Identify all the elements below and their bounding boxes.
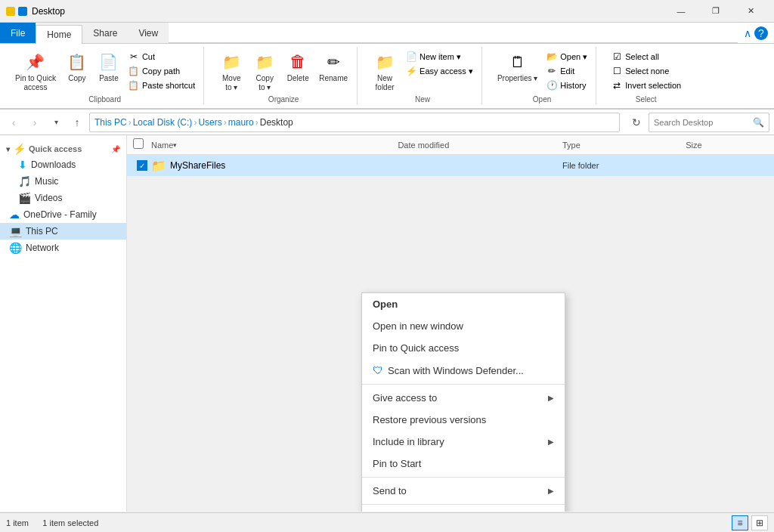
pin-to-quick-button[interactable]: 📌 Pin to Quickaccess [12,48,59,94]
file-list-header: Name ▾ Date modified Type Size [127,135,774,155]
ctx-include-label: Include in library [373,436,444,447]
move-to-button[interactable]: 📁 Moveto ▾ [216,48,246,94]
up-directory-button[interactable]: ↑ [68,113,86,131]
properties-label: Properties ▾ [497,74,537,83]
sidebar-section-quick-access[interactable]: ▾ ⚡ Quick access 📌 [0,138,126,156]
paste-button[interactable]: 📄 Paste [94,48,124,92]
edit-label: Edit [560,66,574,76]
copy-path-button[interactable]: 📋 Copy path [125,64,197,78]
up-button[interactable]: ∧ [744,27,751,39]
new-small-col: 📄 New item ▾ ⚡ Easy access ▾ [403,50,475,78]
sidebar-item-network[interactable]: 🌐 Network [0,240,126,256]
paste-shortcut-button[interactable]: 📋 Paste shortcut [125,79,197,92]
ctx-open-new-window[interactable]: Open in new window [362,315,565,337]
select-none-button[interactable]: ☐ Select none [608,64,683,78]
ctx-include-library[interactable]: Include in library ▶ [362,431,565,453]
history-label: History [560,81,586,90]
minimize-button[interactable]: — [664,0,698,23]
paste-shortcut-label: Paste shortcut [142,81,195,90]
ribbon-group-clipboard: 📌 Pin to Quickaccess 📋 Copy 📄 Paste ✂ Cu… [6,47,204,105]
sidebar-item-downloads[interactable]: ⬇ Downloads [0,156,126,173]
select-all-button[interactable]: ☑ Select all [608,50,683,63]
breadcrumb-local-disk[interactable]: Local Disk (C:) [133,117,193,128]
tab-share[interactable]: Share [82,23,128,43]
search-input[interactable] [654,118,753,127]
select-label: Select [636,94,657,104]
sidebar-item-music[interactable]: 🎵 Music [0,173,126,190]
cut-button[interactable]: ✂ Cut [125,50,197,63]
quick-access-icon: ⚡ [13,143,26,155]
history-button[interactable]: 🕐 History [543,79,590,92]
col-type[interactable]: Type [562,141,686,150]
col-name[interactable]: Name ▾ [151,141,398,150]
select-items: ☑ Select all ☐ Select none ⇄ Invert sele… [608,48,683,94]
new-items: 📁 Newfolder 📄 New item ▾ ⚡ Easy access ▾ [370,48,475,94]
open-button[interactable]: 📂 Open ▾ [543,50,590,63]
col-size[interactable]: Size [686,141,768,150]
tiles-view-button[interactable]: ⊞ [751,515,768,530]
paste-shortcut-icon: 📋 [128,79,140,91]
help-button[interactable]: ? [754,26,768,40]
properties-button[interactable]: 🗒 Properties ▾ [494,48,540,85]
context-menu: Open Open in new window Pin to Quick acc… [361,292,565,512]
breadcrumb-path[interactable]: This PC › Local Disk (C:) › Users › maur… [89,113,620,132]
details-view-button[interactable]: ≡ [732,515,748,530]
header-checkbox[interactable] [133,138,144,149]
file-row-mysharefiles[interactable]: ✓ 📁 MyShareFiles File folder [127,155,774,176]
edit-button[interactable]: ✏ Edit [543,64,590,78]
search-box[interactable]: 🔍 [649,113,769,132]
ribbon-tabs: File Home Share View ∧ ? [0,23,774,44]
row-checkbox[interactable]: ✓ [137,160,147,171]
recent-button[interactable]: ▾ [47,113,65,131]
maximize-button[interactable]: ❐ [698,0,733,23]
easy-access-button[interactable]: ⚡ Easy access ▾ [403,64,475,78]
select-all-label: Select all [625,52,659,61]
invert-selection-button[interactable]: ⇄ Invert selection [608,79,683,92]
breadcrumb-mauro[interactable]: mauro [228,117,254,128]
copy-to-button[interactable]: 📁 Copyto ▾ [249,48,280,94]
ctx-pin-start[interactable]: Pin to Start [362,453,565,475]
breadcrumb-sep-4: › [254,117,260,128]
back-button[interactable]: ‹ [5,113,23,131]
open-icon: 📂 [546,51,558,63]
rename-button[interactable]: ✏ Rename [316,48,351,85]
sidebar-item-videos[interactable]: 🎬 Videos [0,190,126,206]
rename-label: Rename [319,74,348,83]
ctx-open[interactable]: Open [362,293,565,315]
breadcrumb-sep-3: › [222,117,228,128]
ribbon-group-new: 📁 Newfolder 📄 New item ▾ ⚡ Easy access ▾… [364,47,482,105]
window-title: Desktop [32,6,65,17]
status-right: ≡ ⊞ [732,515,768,530]
ctx-scan-defender[interactable]: 🛡 Scan with Windows Defender... [362,359,565,382]
breadcrumb-users[interactable]: Users [198,117,221,128]
check-mark: ✓ [139,162,145,170]
easy-access-label: Easy access ▾ [420,66,473,76]
ctx-pin-quick-access[interactable]: Pin to Quick access [362,337,565,359]
tab-view[interactable]: View [128,23,169,43]
sidebar-item-this-pc[interactable]: 💻 This PC [0,223,126,240]
breadcrumb-this-pc[interactable]: This PC [94,117,127,128]
delete-button[interactable]: 🗑 Delete [283,48,313,85]
copy-button[interactable]: 📋 Copy [62,48,92,92]
sidebar-item-onedrive[interactable]: ☁ OneDrive - Family [0,206,126,223]
properties-icon: 🗒 [506,50,530,74]
forward-button[interactable]: › [26,113,44,131]
ctx-restore-versions[interactable]: Restore previous versions [362,409,565,431]
refresh-button[interactable]: ↻ [627,113,646,131]
ctx-give-access[interactable]: Give access to ▶ [362,387,565,409]
tab-home[interactable]: Home [36,25,82,44]
status-bar: 1 item 1 item selected ≡ ⊞ [0,512,774,532]
ctx-scan-label: Scan with Windows Defender... [388,365,524,376]
close-button[interactable]: ✕ [733,0,768,23]
details-view-icon: ≡ [737,518,742,528]
folder-icon: 📁 [151,159,166,173]
new-folder-button[interactable]: 📁 Newfolder [370,48,400,94]
ctx-send-to[interactable]: Send to ▶ [362,480,565,502]
title-icon-blue [18,7,27,16]
ctx-restore-label: Restore previous versions [373,414,486,425]
ctx-cut[interactable]: Cut [362,507,565,512]
breadcrumb-controls: ↻ [627,113,646,131]
col-date[interactable]: Date modified [398,141,562,150]
new-item-button[interactable]: 📄 New item ▾ [403,50,475,63]
tab-file[interactable]: File [0,23,36,43]
